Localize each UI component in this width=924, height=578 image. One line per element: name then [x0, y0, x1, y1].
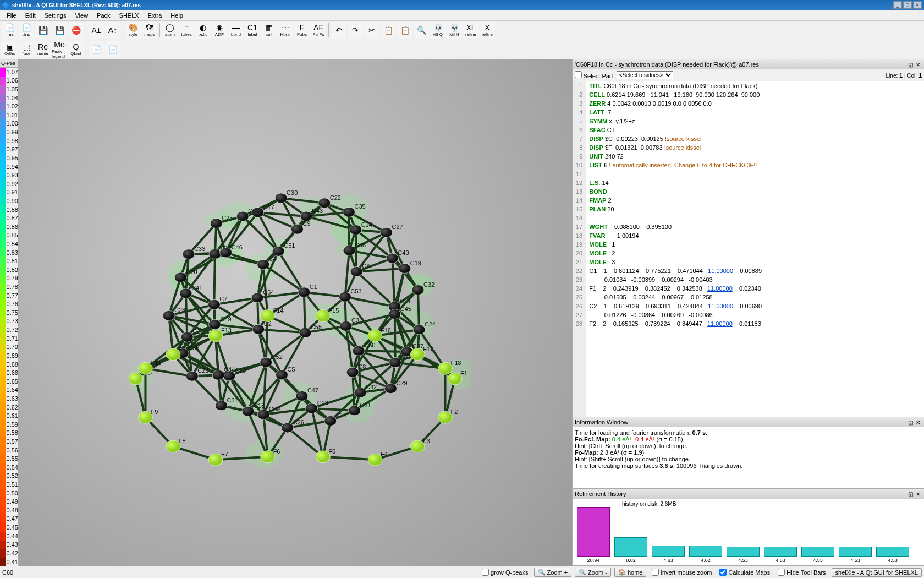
svg-text:F2: F2 — [451, 408, 458, 415]
calc-maps-checkbox[interactable]: Calculate Maps — [717, 569, 772, 576]
zoom-in-button[interactable]: 🔍 Zoom + — [534, 568, 572, 577]
svg-text:C49: C49 — [220, 316, 231, 323]
svg-line-172 — [418, 290, 419, 330]
menu-pack[interactable]: Pack — [92, 11, 114, 20]
toolbtn-✂[interactable]: ✂ — [364, 22, 380, 39]
svg-point-285 — [291, 224, 303, 234]
panel-float-icon[interactable]: ◱ — [906, 61, 914, 68]
editor-panel: 'C60F18 in Cc - synchrotron data (DISP n… — [573, 59, 924, 417]
zoom-out-button[interactable]: 🔍 Zoom - — [575, 568, 611, 577]
svg-text:C20: C20 — [186, 269, 197, 275]
history-body[interactable]: history on disk: 2.6MB 28.948.824.634.62… — [573, 499, 924, 565]
toolbtn-tubes[interactable]: ≡tubes — [179, 22, 194, 39]
panel-close-icon[interactable]: ✕ — [914, 418, 922, 426]
menu-edit[interactable]: Edit — [21, 11, 40, 20]
svg-text:C29: C29 — [396, 380, 407, 386]
toolbtn-↶[interactable]: ↶ — [331, 22, 346, 39]
toolbtn-maps[interactable]: 🗺maps — [142, 22, 157, 39]
panel-float-icon[interactable]: ◱ — [906, 418, 914, 426]
hide-toolbars-checkbox[interactable]: Hide Tool Bars — [776, 569, 828, 576]
svg-text:C40: C40 — [398, 249, 409, 256]
svg-line-71 — [214, 254, 215, 304]
svg-point-319 — [282, 423, 294, 433]
toolbtn-kill H[interactable]: 💀kill H — [447, 22, 462, 39]
toolbtn-🔍[interactable]: 🔍 — [414, 22, 429, 39]
svg-point-361 — [296, 391, 308, 401]
menu-settings[interactable]: Settings — [40, 11, 71, 20]
invert-zoom-checkbox[interactable]: invert mouse zoom — [650, 569, 714, 576]
select-part-checkbox[interactable]: Select Part — [575, 71, 613, 79]
toolbtn-A↕[interactable]: A↕ — [105, 22, 120, 39]
toolbtn-kill Q[interactable]: 💀kill Q — [430, 22, 446, 39]
toolbtn-Fo-Fc[interactable]: ΔFFo-Fc — [311, 22, 326, 39]
toolbtn-📋[interactable]: 📋 — [397, 22, 413, 39]
toolbtn-A±[interactable]: A± — [89, 22, 104, 39]
svg-text:C34: C34 — [336, 412, 347, 418]
toolbtn-⛔[interactable]: ⛔ — [68, 22, 84, 39]
svg-text:C52: C52 — [272, 353, 283, 360]
svg-point-283 — [346, 367, 359, 377]
toolbtn-atom[interactable]: ◯atom — [162, 22, 178, 39]
toolbtn-label[interactable]: C1label — [245, 22, 260, 39]
toolbtn-refine[interactable]: Xrefine — [480, 22, 495, 39]
panel-close-icon[interactable]: ✕ — [914, 61, 922, 68]
home-button[interactable]: 🏠 home — [614, 568, 647, 577]
svg-line-34 — [304, 292, 305, 333]
svg-point-309 — [349, 406, 361, 416]
svg-text:C8: C8 — [358, 363, 366, 370]
toolbtn-💾[interactable]: 💾 — [35, 22, 51, 39]
toolbtn-.res[interactable]: 📄.res — [2, 22, 18, 39]
maximize-button[interactable]: □ — [903, 1, 912, 9]
code-editor[interactable]: 1234567891011121314151617181920212223242… — [573, 81, 924, 417]
close-button[interactable]: ✕ — [913, 1, 922, 9]
menu-help[interactable]: Help — [166, 11, 188, 20]
svg-text:C51: C51 — [284, 242, 295, 249]
menu-shelx[interactable]: SHELX — [115, 11, 144, 20]
svg-text:C13: C13 — [317, 400, 328, 406]
svg-text:C38: C38 — [248, 208, 259, 214]
toolbtn-Peak legend[interactable]: MoPeak legend — [52, 41, 67, 58]
toolbtn-name[interactable]: Rename — [35, 41, 51, 58]
toolbtn-📄[interactable]: 📄 — [105, 41, 120, 58]
svg-text:F18: F18 — [451, 359, 461, 366]
svg-point-357 — [389, 309, 401, 319]
toolbtn-refine[interactable]: XLrefine — [463, 22, 479, 39]
svg-text:F17: F17 — [423, 346, 433, 352]
svg-text:C50: C50 — [364, 342, 375, 348]
toolbtn-Fobs[interactable]: FFobs — [294, 22, 310, 39]
toolbtn-fuse[interactable]: ⬚fuse — [19, 41, 34, 58]
svg-line-210 — [349, 212, 349, 250]
svg-text:C46: C46 — [232, 244, 243, 250]
svg-line-31 — [278, 251, 304, 292]
toolbtn-bond[interactable]: —bond — [228, 22, 244, 39]
toolbtn-style[interactable]: 🎨style — [125, 22, 141, 39]
toolbtn-Ortho[interactable]: ▣Ortho — [2, 41, 18, 58]
toolbtn-Qbnd[interactable]: QQbnd — [68, 41, 84, 58]
menu-view[interactable]: View — [70, 11, 92, 20]
svg-point-325 — [384, 384, 397, 394]
toolbtn-ADP[interactable]: ◉ADP — [212, 22, 227, 39]
toolbtn-↷[interactable]: ↷ — [348, 22, 363, 39]
toolbtn-📄[interactable]: 📄 — [89, 41, 104, 58]
menu-file[interactable]: File — [2, 11, 21, 20]
toolbtn-.ins[interactable]: 📄.ins — [19, 22, 34, 39]
svg-point-353 — [300, 211, 312, 221]
panel-float-icon[interactable]: ◱ — [906, 490, 914, 498]
grow-qpeaks-checkbox[interactable]: grow Q-peaks — [480, 569, 530, 576]
svg-text:F11: F11 — [151, 359, 161, 366]
svg-point-271 — [252, 324, 265, 334]
svg-point-323 — [163, 310, 175, 320]
toolbtn-Hbnd[interactable]: ⋯Hbnd — [278, 22, 293, 39]
toolbtn-bstic[interactable]: ◐bstic — [195, 22, 211, 39]
svg-point-281 — [208, 299, 220, 309]
toolbtn-📋[interactable]: 📋 — [381, 22, 396, 39]
toolbtn-cell[interactable]: ▦cell — [261, 22, 277, 39]
molecule-viewport[interactable]: C1C2C3C4C5C6C7C8C9C10C11C12C13C14C15C16C… — [19, 59, 572, 566]
menu-extra[interactable]: Extra — [144, 11, 167, 20]
toolbtn-💾[interactable]: 💾 — [52, 22, 67, 39]
panel-close-icon[interactable]: ✕ — [914, 490, 922, 498]
svg-point-315 — [413, 325, 425, 335]
minimize-button[interactable]: _ — [893, 1, 902, 9]
app-icon: 🔷 — [2, 2, 10, 9]
residues-select[interactable]: <Select residues> — [617, 71, 673, 79]
